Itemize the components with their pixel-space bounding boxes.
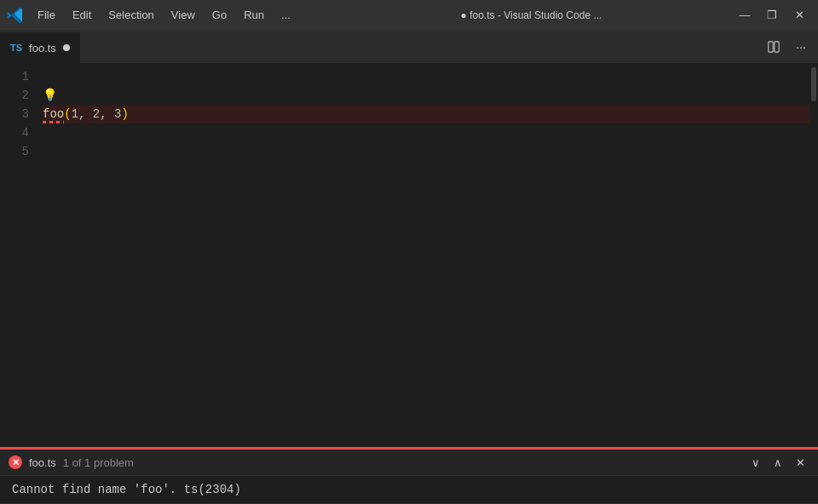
menu-file[interactable]: File (29, 5, 64, 25)
code-line-5 (43, 142, 809, 161)
scrollbar[interactable] (809, 64, 818, 447)
lightbulb-icon[interactable]: 💡 (43, 86, 57, 105)
error-filename: foo.ts (29, 456, 56, 469)
panel-controls: ∨ ∧ ✕ (746, 453, 809, 472)
split-editor-button[interactable] (763, 37, 784, 57)
close-button[interactable]: ✕ (787, 3, 811, 27)
editor-area: 1 2 3 4 5 💡 foo(1, 2, 3) (0, 64, 818, 504)
window-title: ● foo.ts - Visual Studio Code ... (330, 9, 733, 21)
code-editor[interactable]: 1 2 3 4 5 💡 foo(1, 2, 3) (0, 64, 818, 447)
error-icon: ✕ (9, 455, 22, 469)
editor-actions: ··· (757, 30, 818, 63)
maximize-button[interactable]: ❐ (760, 3, 784, 27)
menu-selection[interactable]: Selection (100, 5, 162, 25)
tab-language-badge: TS (10, 43, 22, 53)
menu-edit[interactable]: Edit (64, 5, 100, 25)
collapse-button[interactable]: ∨ (746, 453, 765, 472)
error-panel: ✕ foo.ts 1 of 1 problem ∨ ∧ ✕ Cannot fin… (0, 447, 818, 504)
code-line-4 (43, 123, 809, 142)
code-token-arg2: 2 (93, 105, 100, 123)
close-panel-button[interactable]: ✕ (791, 453, 809, 472)
code-lines: 💡 foo(1, 2, 3) (43, 64, 809, 447)
code-token-foo: foo (43, 105, 64, 123)
menu-run[interactable]: Run (235, 5, 273, 25)
menu-view[interactable]: View (163, 5, 204, 25)
line-num-1: 1 (0, 67, 29, 86)
scrollbar-thumb (811, 67, 816, 101)
line-num-2: 2 (0, 86, 29, 105)
menu-more[interactable]: ... (273, 5, 299, 25)
tab-foo-ts[interactable]: TS foo.ts (0, 32, 81, 63)
line-num-3: 3 (0, 105, 29, 123)
minimize-button[interactable]: — (733, 3, 757, 27)
tab-modified-indicator (63, 44, 70, 51)
line-num-4: 4 (0, 123, 29, 142)
code-token-comma2: , (100, 105, 114, 123)
code-token-arg3: 3 (114, 105, 121, 123)
title-bar: File Edit Selection View Go Run ... ● fo… (0, 0, 818, 30)
line-numbers: 1 2 3 4 5 (0, 64, 43, 447)
error-count: 1 of 1 problem (63, 456, 740, 469)
code-line-1 (43, 67, 809, 86)
vscode-icon (7, 7, 24, 24)
code-token-paren-close: ) (121, 105, 128, 123)
tab-bar: TS foo.ts ··· (0, 30, 818, 64)
more-actions-button[interactable]: ··· (791, 37, 811, 57)
expand-button[interactable]: ∧ (769, 453, 787, 472)
code-token-arg1: 1 (72, 105, 78, 123)
svg-rect-1 (775, 41, 779, 51)
error-panel-header: ✕ foo.ts 1 of 1 problem ∨ ∧ ✕ (0, 449, 818, 476)
code-token-comma1: , (78, 105, 93, 123)
menu-go[interactable]: Go (204, 5, 235, 25)
window-controls: — ❐ ✕ (733, 3, 811, 27)
svg-rect-0 (769, 41, 773, 51)
code-token-paren-open: ( (64, 105, 71, 123)
error-message-text: Cannot find name 'foo'. ts(2304) (0, 476, 818, 504)
tab-filename: foo.ts (29, 42, 56, 54)
line-num-5: 5 (0, 142, 29, 161)
code-line-3: foo(1, 2, 3) (43, 105, 809, 123)
code-line-2: 💡 (43, 86, 809, 105)
